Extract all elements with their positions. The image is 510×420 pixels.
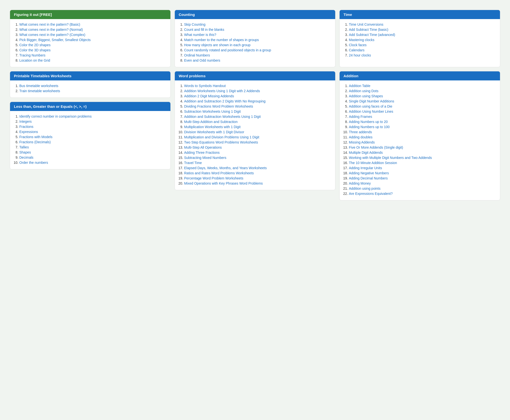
- list-item[interactable]: Addition using points: [349, 187, 496, 190]
- list-item[interactable]: Subtraction Worksheets Using 1 Digit: [184, 110, 331, 113]
- timetables-body: Bus timetable worksheets Train timetable…: [10, 80, 170, 98]
- counting-card: Counting Skip Counting Count and fill in…: [175, 10, 335, 67]
- list-item[interactable]: Subtracting Mixed Numbers: [184, 156, 331, 160]
- addition-body: Addition Table Addition using Dots Addit…: [340, 80, 500, 200]
- list-item[interactable]: Single Digit Number Additions: [349, 99, 496, 103]
- list-item[interactable]: Adding doubles: [349, 135, 496, 139]
- list-item[interactable]: Adding Negative Numbers: [349, 171, 496, 175]
- comparison-card: Less than, Greater than or Equals (<, >,…: [10, 102, 171, 169]
- list-item[interactable]: Calendars: [349, 48, 496, 52]
- comparison-header: Less than, Greater than or Equals (<, >,…: [10, 102, 170, 111]
- list-item[interactable]: Fractions (Decimals): [19, 140, 166, 144]
- list-item[interactable]: Addition using Dots: [349, 89, 496, 93]
- list-item[interactable]: Missing Addends: [349, 140, 496, 144]
- list-item[interactable]: Adding Decimal Numbers: [349, 176, 496, 180]
- list-item[interactable]: Even and Odd numbers: [184, 58, 331, 62]
- list-item[interactable]: Add Subtract Time (advanced): [349, 33, 496, 37]
- list-item[interactable]: How many objects are shown in each group: [184, 43, 331, 47]
- list-item[interactable]: Multi-Step All Operations: [184, 145, 331, 149]
- list-item[interactable]: Working with Multiple Digit Numbers and …: [349, 156, 496, 160]
- list-item[interactable]: Identify correct number in comparison pr…: [19, 114, 166, 118]
- list-item[interactable]: Order the numbers: [19, 161, 166, 165]
- list-item[interactable]: Addition 2 Digit Missing Addends: [184, 94, 331, 98]
- list-item[interactable]: Two Step Equations Word Problems Workshe…: [184, 140, 331, 144]
- list-item[interactable]: Tallies: [19, 145, 166, 149]
- list-item[interactable]: Addition using faces of a Die: [349, 104, 496, 108]
- list-item[interactable]: Count randomly rotated and positioned ob…: [184, 48, 331, 52]
- timetables-card: Printable Timetables Worksheets Bus time…: [10, 71, 171, 98]
- list-item[interactable]: Location on the Grid: [19, 58, 166, 62]
- figuring-it-out-body: What comes next in the pattern? (Basic) …: [10, 19, 170, 67]
- list-item[interactable]: 24 hour clocks: [349, 53, 496, 57]
- list-item[interactable]: Elapsed Days, Weeks, Months, and Years W…: [184, 166, 331, 170]
- list-item[interactable]: Multi-Step Addition and Subtraction: [184, 120, 331, 124]
- counting-body: Skip Counting Count and fill in the blan…: [175, 19, 335, 67]
- list-item[interactable]: Count and fill in the blanks: [184, 28, 331, 32]
- timetables-header: Printable Timetables Worksheets: [10, 71, 170, 80]
- list-item[interactable]: Ordinal Numbers: [184, 53, 331, 57]
- list-item[interactable]: Integers: [19, 120, 166, 123]
- list-item[interactable]: Percentage Word Problem Worksheets: [184, 176, 331, 180]
- list-item[interactable]: The 10 Minute Addition Session: [349, 161, 496, 165]
- list-item[interactable]: Adding Irregular Units: [349, 166, 496, 170]
- list-item[interactable]: Match number to the number of shapes in …: [184, 38, 331, 42]
- list-item[interactable]: Add Subtract Time (basic): [349, 28, 496, 32]
- counting-list: Skip Counting Count and fill in the blan…: [179, 22, 331, 62]
- figuring-it-out-list: What comes next in the pattern? (Basic) …: [14, 22, 166, 62]
- list-item[interactable]: Words to Symbols Handout: [184, 84, 331, 88]
- list-item[interactable]: Expressions: [19, 130, 166, 134]
- addition-card: Addition Addition Table Addition using D…: [339, 71, 500, 200]
- list-item[interactable]: Tracing Numbers: [19, 53, 166, 57]
- list-item[interactable]: What comes next in the pattern? (Normal): [19, 28, 166, 32]
- list-item[interactable]: Five Or More Addends (Single digit): [349, 145, 496, 149]
- list-item[interactable]: Train timetable worksheets: [19, 89, 166, 93]
- list-item[interactable]: Are Expressions Equivalent?: [349, 192, 496, 196]
- figuring-it-out-card: Figuring it out [FREE] What comes next i…: [10, 10, 171, 67]
- time-body: Time Unit Conversions Add Subtract Time …: [340, 19, 500, 62]
- list-item[interactable]: What number is this?: [184, 33, 331, 37]
- list-item[interactable]: Color the 2D shapes: [19, 43, 166, 47]
- list-item[interactable]: Mastering clocks: [349, 38, 496, 42]
- timetables-list: Bus timetable worksheets Train timetable…: [14, 84, 166, 93]
- list-item[interactable]: Addition Using Number Lines: [349, 110, 496, 113]
- list-item[interactable]: Clock faces: [349, 43, 496, 47]
- list-item[interactable]: What comes next in the pattern? (Complex…: [19, 33, 166, 37]
- list-item[interactable]: Adding Three Fractions: [184, 151, 331, 155]
- counting-header: Counting: [175, 10, 335, 19]
- list-item[interactable]: Decimals: [19, 155, 166, 159]
- list-item[interactable]: Mixed Operations with Key Phrases Word P…: [184, 181, 331, 185]
- list-item[interactable]: Skip Counting: [184, 22, 331, 26]
- list-item[interactable]: Adding Frames: [349, 115, 496, 119]
- time-list: Time Unit Conversions Add Subtract Time …: [344, 22, 496, 57]
- list-item[interactable]: Ratios and Rates Word Problems Worksheet…: [184, 171, 331, 175]
- list-item[interactable]: Bus timetable worksheets: [19, 84, 166, 88]
- list-item[interactable]: Fractions: [19, 125, 166, 129]
- addition-list: Addition Table Addition using Dots Addit…: [344, 84, 496, 196]
- list-item[interactable]: Multiplication and Division Problems Usi…: [184, 135, 331, 139]
- list-item[interactable]: Addition and Subtraction Worksheets Usin…: [184, 115, 331, 119]
- list-item[interactable]: Addition and Subtraction 2 Digits With N…: [184, 99, 331, 103]
- list-item[interactable]: Travel Time: [184, 161, 331, 165]
- time-card: Time Time Unit Conversions Add Subtract …: [339, 10, 500, 67]
- list-item[interactable]: Time Unit Conversions: [349, 22, 496, 26]
- word-problems-card: Word problems Words to Symbols Handout A…: [175, 71, 335, 190]
- list-item[interactable]: Division Worksheets with 1 Digit Divisor: [184, 130, 331, 134]
- comparison-list: Identify correct number in comparison pr…: [14, 114, 166, 165]
- list-item[interactable]: Color the 3D shapes: [19, 48, 166, 52]
- list-item[interactable]: Adding Numbers up to 20: [349, 120, 496, 124]
- list-item[interactable]: Dividing Fractions Word Problem Workshee…: [184, 104, 331, 108]
- list-item[interactable]: Addition Table: [349, 84, 496, 88]
- list-item[interactable]: Shapes: [19, 150, 166, 154]
- list-item[interactable]: Addition Worksheets Using 1 Digit with 2…: [184, 89, 331, 93]
- list-item[interactable]: Multiplication Worksheets with 1 Digit: [184, 125, 331, 129]
- list-item[interactable]: Multiple Digit Addends: [349, 151, 496, 155]
- list-item[interactable]: What comes next in the pattern? (Basic): [19, 22, 166, 26]
- list-item[interactable]: Adding Money: [349, 181, 496, 185]
- word-problems-body: Words to Symbols Handout Addition Worksh…: [175, 80, 335, 190]
- list-item[interactable]: Adding Numbers up to 100: [349, 125, 496, 129]
- list-item[interactable]: Three addends: [349, 130, 496, 134]
- word-problems-list: Words to Symbols Handout Addition Worksh…: [179, 84, 331, 185]
- list-item[interactable]: Pick Bigger, Biggest, Smaller, Smallest …: [19, 38, 166, 42]
- list-item[interactable]: Addition using Shapes: [349, 94, 496, 98]
- list-item[interactable]: Fractions with Models: [19, 135, 166, 139]
